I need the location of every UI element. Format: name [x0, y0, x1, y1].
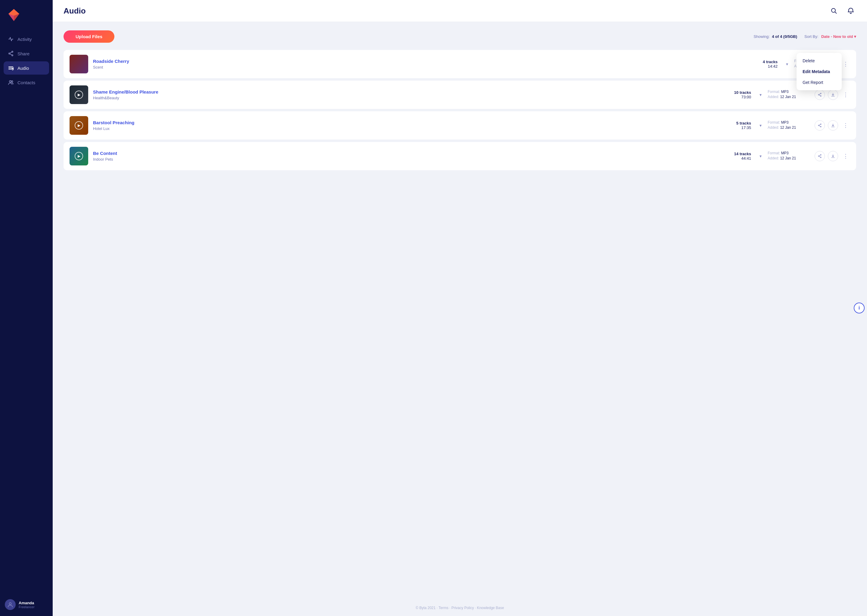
- footer: © Byta 2021 · Terms · Privacy Policy · K…: [53, 600, 867, 616]
- share-button[interactable]: [815, 151, 825, 161]
- added-value: 12 Jan 21: [780, 126, 796, 130]
- more-options-button[interactable]: ⋮: [841, 121, 850, 130]
- search-button[interactable]: [828, 5, 839, 16]
- tracks-duration: 17:35: [741, 126, 751, 130]
- play-overlay[interactable]: ▶: [69, 116, 88, 135]
- svg-point-4: [12, 55, 13, 56]
- sidebar-item-contacts[interactable]: Contacts: [4, 76, 49, 89]
- notifications-button[interactable]: [845, 5, 856, 16]
- audio-item: ▶ Barstool Preaching Hotel Lux 5 tracks …: [63, 111, 856, 140]
- svg-line-17: [835, 12, 837, 14]
- svg-point-28: [820, 154, 821, 155]
- audio-item: Roadside Cherry Scent 4 tracks 14:42 ▾ F…: [63, 50, 856, 78]
- audio-tracks: 14 tracks 44:41: [727, 152, 751, 160]
- audio-meta: Format: MP3 Added: 12 Jan 21: [768, 151, 810, 161]
- more-options-button[interactable]: ⋮: [841, 90, 850, 99]
- expand-button[interactable]: ▾: [758, 91, 763, 98]
- download-button[interactable]: [828, 90, 838, 100]
- sidebar-item-activity[interactable]: Activity: [4, 33, 49, 46]
- dropdown-menu: Delete Edit Metadata Get Report: [796, 53, 842, 90]
- download-icon: [831, 93, 835, 97]
- svg-point-3: [12, 51, 13, 52]
- audio-thumbnail: ▶: [69, 85, 88, 104]
- showing-count: Showing: 4 of 4 (0/5GB): [754, 34, 797, 39]
- added-value: 12 Jan 21: [780, 95, 796, 99]
- svg-point-20: [818, 94, 819, 95]
- content-area: Upload Files Showing: 4 of 4 (0/5GB) Sor…: [53, 22, 867, 600]
- header-actions: [828, 5, 856, 16]
- sidebar-item-audio[interactable]: Audio: [4, 61, 49, 75]
- expand-button[interactable]: ▾: [758, 122, 763, 129]
- play-icon: ▶: [75, 91, 83, 99]
- share-icon: [818, 123, 822, 127]
- play-icon: ▶: [75, 121, 83, 130]
- upload-files-button[interactable]: Upload Files: [63, 30, 114, 43]
- svg-point-23: [820, 124, 821, 124]
- showing-value: 4 of 4 (0/5GB): [772, 34, 797, 39]
- activity-icon: [8, 36, 14, 42]
- footer-privacy[interactable]: Privacy Policy: [451, 606, 474, 610]
- svg-point-14: [11, 81, 13, 82]
- play-overlay[interactable]: ▶: [69, 147, 88, 165]
- download-icon: [831, 123, 835, 127]
- share-button[interactable]: [815, 90, 825, 100]
- audio-meta: Format: MP3 Added: 12 Jan 21: [768, 90, 810, 100]
- play-icon: ▶: [75, 152, 83, 160]
- footer-terms[interactable]: Terms: [438, 606, 449, 610]
- dropdown-delete[interactable]: Delete: [796, 55, 842, 66]
- app-logo: [7, 8, 20, 22]
- sort-value[interactable]: Date - New to old ▾: [821, 34, 856, 39]
- footer-knowledge-base[interactable]: Knowledge Base: [477, 606, 504, 610]
- svg-rect-8: [8, 66, 13, 67]
- audio-icon: [8, 65, 14, 71]
- avatar: [5, 599, 16, 610]
- more-options-button[interactable]: ⋮: [841, 152, 850, 160]
- dropdown-get-report[interactable]: Get Report: [796, 77, 842, 88]
- play-overlay: [69, 55, 88, 73]
- tracks-count: 5 tracks: [736, 121, 751, 126]
- svg-line-32: [819, 155, 820, 156]
- tracks-count: 4 tracks: [763, 60, 777, 64]
- svg-line-6: [10, 54, 12, 55]
- sidebar-item-label: Share: [17, 51, 30, 56]
- dropdown-edit-metadata[interactable]: Edit Metadata: [796, 66, 842, 77]
- svg-point-30: [818, 156, 819, 157]
- audio-info: Shame Engine/Blood Pleasure Health&Beaut…: [93, 90, 722, 100]
- expand-button[interactable]: ▾: [785, 60, 789, 68]
- user-info: Amanda Freelancer: [19, 601, 35, 609]
- audio-thumbnail: ▶: [69, 116, 88, 135]
- tracks-duration: 44:41: [741, 156, 751, 160]
- audio-info: Be Content Indoor Pets: [93, 151, 722, 162]
- audio-info: Barstool Preaching Hotel Lux: [93, 120, 722, 131]
- audio-title: Barstool Preaching: [93, 120, 722, 125]
- svg-point-13: [9, 81, 11, 82]
- format-value: MP3: [781, 120, 789, 124]
- tracks-count: 10 tracks: [734, 90, 751, 95]
- contacts-icon: [8, 79, 14, 85]
- download-icon: [831, 154, 835, 158]
- audio-artist: Health&Beauty: [93, 96, 722, 100]
- sidebar-item-share[interactable]: Share: [4, 47, 49, 60]
- audio-artist: Scent: [93, 65, 749, 69]
- share-button[interactable]: [815, 120, 825, 130]
- download-button[interactable]: [828, 151, 838, 161]
- more-options-button[interactable]: ⋮: [841, 60, 850, 69]
- tracks-count: 14 tracks: [734, 152, 751, 156]
- added-value: 12 Jan 21: [780, 156, 796, 160]
- showing-label: Showing:: [754, 34, 769, 39]
- svg-point-5: [9, 53, 10, 54]
- download-button[interactable]: [828, 120, 838, 130]
- sort-label: Sort By: Date - New to old ▾: [804, 34, 856, 39]
- svg-line-26: [819, 126, 820, 127]
- bell-icon: [847, 8, 854, 14]
- play-overlay[interactable]: ▶: [69, 85, 88, 104]
- svg-point-24: [820, 126, 821, 127]
- nav-menu: Activity Share Audio: [0, 33, 53, 593]
- expand-button[interactable]: ▾: [758, 152, 763, 160]
- svg-point-16: [831, 8, 835, 13]
- info-sidebar-button[interactable]: i: [854, 303, 865, 313]
- svg-point-25: [818, 125, 819, 126]
- svg-point-29: [820, 157, 821, 158]
- sidebar-item-label: Audio: [17, 66, 29, 71]
- share-icon: [818, 93, 822, 97]
